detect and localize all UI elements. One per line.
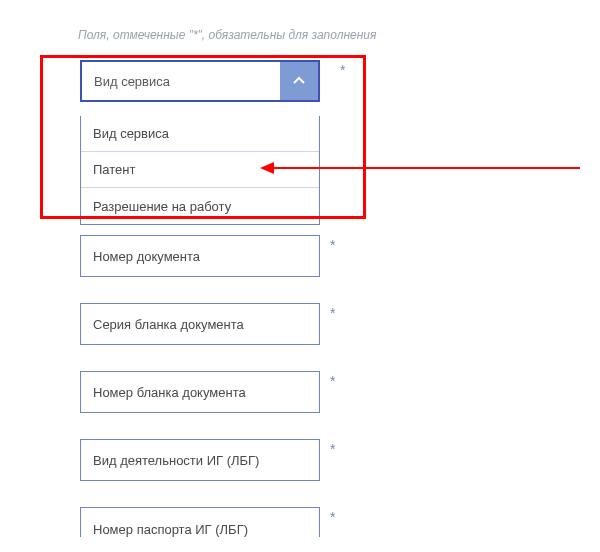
required-hint: Поля, отмеченные "*", обязательны для за… — [78, 28, 600, 42]
doc-number-input[interactable]: Номер документа — [80, 235, 320, 277]
field-row: Номер документа * — [70, 235, 600, 277]
service-type-dropdown: Вид сервиса * Вид сервиса Патент Разреше… — [80, 60, 600, 225]
field-placeholder: Номер документа — [93, 249, 200, 264]
blank-series-input[interactable]: Серия бланка документа — [80, 303, 320, 345]
field-row: Номер паспорта ИГ (ЛБГ) * — [70, 507, 600, 537]
passport-number-input[interactable]: Номер паспорта ИГ (ЛБГ) — [80, 507, 320, 537]
required-asterisk: * — [330, 237, 335, 253]
field-placeholder: Серия бланка документа — [93, 317, 244, 332]
dropdown-option[interactable]: Вид сервиса — [81, 116, 319, 152]
dropdown-control[interactable]: Вид сервиса — [80, 60, 320, 102]
dropdown-list: Вид сервиса Патент Разрешение на работу — [80, 116, 320, 225]
field-row: Номер бланка документа * — [70, 371, 600, 413]
form-container: Поля, отмеченные "*", обязательны для за… — [0, 0, 600, 537]
dropdown-option[interactable]: Разрешение на работу — [81, 188, 319, 224]
required-asterisk: * — [330, 305, 335, 321]
activity-type-input[interactable]: Вид деятельности ИГ (ЛБГ) — [80, 439, 320, 481]
required-asterisk: * — [340, 62, 345, 78]
required-asterisk: * — [330, 441, 335, 457]
required-asterisk: * — [330, 373, 335, 389]
field-row: Серия бланка документа * — [70, 303, 600, 345]
dropdown-selected: Вид сервиса — [82, 74, 280, 89]
field-row: Вид деятельности ИГ (ЛБГ) * — [70, 439, 600, 481]
chevron-up-icon[interactable] — [280, 62, 318, 100]
required-asterisk: * — [330, 509, 335, 525]
field-placeholder: Вид деятельности ИГ (ЛБГ) — [93, 453, 259, 468]
dropdown-option[interactable]: Патент — [81, 152, 319, 188]
blank-number-input[interactable]: Номер бланка документа — [80, 371, 320, 413]
field-placeholder: Номер паспорта ИГ (ЛБГ) — [93, 522, 248, 537]
field-placeholder: Номер бланка документа — [93, 385, 246, 400]
